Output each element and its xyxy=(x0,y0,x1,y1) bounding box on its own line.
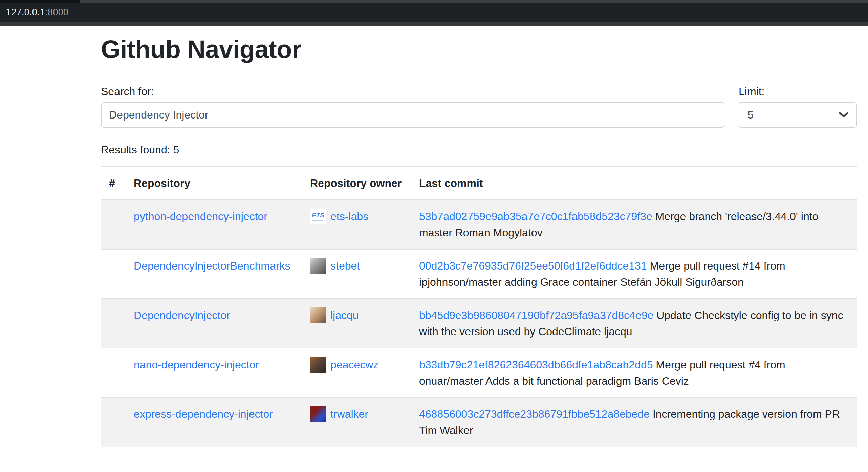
address-bar[interactable]: 127.0.0.1:8000 xyxy=(0,3,868,21)
table-row: express-dependency-injector trwalker 468… xyxy=(101,398,857,447)
col-header-last-commit: Last commit xyxy=(411,167,857,200)
owner-link[interactable]: stebet xyxy=(330,258,360,274)
row-number-cell xyxy=(101,398,126,447)
row-number-cell xyxy=(101,348,126,398)
table-row: DependencyInjector ljacqu bb45d9e3b98608… xyxy=(101,299,857,348)
table-row: nano-dependency-injector peacecwz b33db7… xyxy=(101,348,857,398)
repo-link[interactable]: DependencyInjectorBenchmarks xyxy=(134,260,290,272)
avatar-text: ETS xyxy=(312,212,324,221)
url-host: 127.0.0.1 xyxy=(6,7,45,18)
table-row: DependencyInjectorBenchmarks stebet 00d2… xyxy=(101,249,857,299)
commit-hash-link[interactable]: 00d2b3c7e76935d76f25ee50f6d1f2ef6ddce131 xyxy=(419,260,647,272)
repo-link[interactable]: DependencyInjector xyxy=(134,309,230,321)
row-number-cell xyxy=(101,249,126,299)
col-header-owner: Repository owner xyxy=(302,167,411,200)
chevron-down-icon xyxy=(839,112,848,118)
search-label: Search for: xyxy=(101,85,724,98)
owner-avatar xyxy=(310,406,326,422)
results-table: # Repository Repository owner Last commi… xyxy=(101,166,857,447)
owner-link[interactable]: ets-labs xyxy=(330,208,368,224)
owner-link[interactable]: ljacqu xyxy=(330,307,359,323)
owner-link[interactable]: trwalker xyxy=(330,406,368,422)
search-input[interactable] xyxy=(101,102,724,128)
search-form: Search for: Limit: 5 xyxy=(101,85,857,128)
limit-label: Limit: xyxy=(739,85,857,98)
table-header-row: # Repository Repository owner Last commi… xyxy=(101,167,857,200)
repo-link[interactable]: python-dependency-injector xyxy=(134,210,267,222)
browser-active-tab[interactable] xyxy=(0,0,80,3)
url-port: :8000 xyxy=(45,7,68,18)
browser-tab-strip xyxy=(0,0,868,3)
row-number-cell xyxy=(101,200,126,249)
owner-avatar xyxy=(310,307,326,323)
limit-selected-value: 5 xyxy=(747,109,754,121)
table-row: python-dependency-injector ETS ets-labs … xyxy=(101,200,857,249)
owner-link[interactable]: peacecwz xyxy=(330,357,378,373)
repo-link[interactable]: nano-dependency-injector xyxy=(134,359,259,371)
page-title: Github Navigator xyxy=(101,35,857,64)
commit-hash-link[interactable]: 53b7ad02759e9ab35a7e7c0c1fab58d523c79f3e xyxy=(419,210,652,222)
commit-hash-link[interactable]: b33db79c21ef8262364603db66dfe1ab8cab2dd5 xyxy=(419,359,653,371)
toolbar-divider xyxy=(0,22,868,26)
page-content: Github Navigator Search for: Limit: 5 Re… xyxy=(101,35,857,447)
repo-link[interactable]: express-dependency-injector xyxy=(134,408,273,420)
col-header-repository: Repository xyxy=(126,167,302,200)
results-count: Results found: 5 xyxy=(101,144,857,156)
col-header-number: # xyxy=(101,167,126,200)
commit-hash-link[interactable]: 468856003c273dffce23b86791fbbe512a8ebede xyxy=(419,408,650,420)
limit-select[interactable]: 5 xyxy=(739,102,857,128)
browser-topbar: 127.0.0.1:8000 xyxy=(0,0,868,26)
owner-avatar: ETS xyxy=(310,209,326,224)
owner-avatar xyxy=(310,258,326,274)
row-number-cell xyxy=(101,299,126,348)
owner-avatar xyxy=(310,357,326,373)
commit-hash-link[interactable]: bb45d9e3b98608047190bf72a95fa9a37d8c4e9e xyxy=(419,309,653,321)
